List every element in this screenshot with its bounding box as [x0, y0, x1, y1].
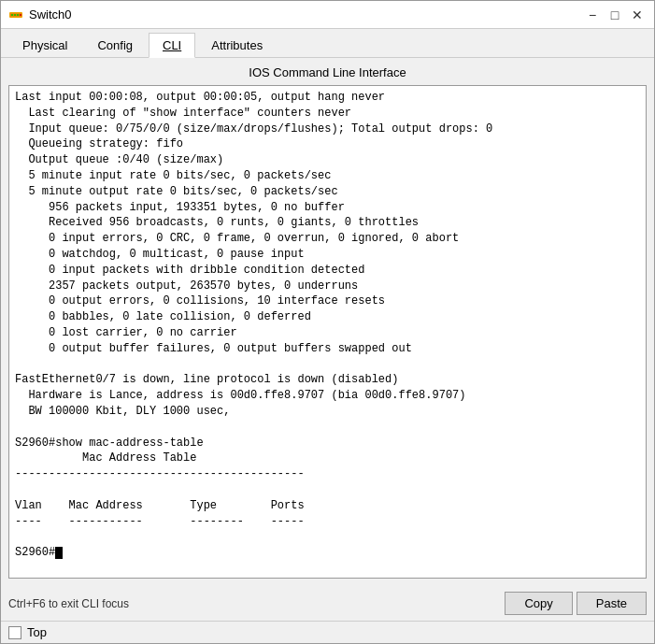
maximize-button[interactable]: □	[605, 6, 624, 24]
window-controls: − □ ✕	[583, 6, 647, 24]
tab-attributes[interactable]: Attributes	[197, 33, 277, 57]
top-label: Top	[27, 625, 47, 639]
svg-point-4	[17, 14, 19, 16]
app-icon	[8, 7, 23, 22]
action-buttons: Copy Paste	[505, 592, 647, 615]
terminal-output[interactable]: Last input 00:00:08, output 00:00:05, ou…	[9, 86, 646, 578]
tab-bar: Physical Config CLI Attributes	[1, 29, 654, 58]
main-window: Switch0 − □ ✕ Physical Config CLI Attrib…	[0, 0, 655, 644]
terminal-cursor	[55, 547, 63, 559]
footer-bar: Top	[1, 621, 654, 643]
copy-button[interactable]: Copy	[505, 592, 572, 615]
tab-config[interactable]: Config	[83, 33, 147, 57]
top-checkbox[interactable]	[8, 626, 21, 639]
content-area: IOS Command Line Interface Last input 00…	[1, 58, 654, 586]
svg-point-2	[11, 14, 13, 16]
tab-physical[interactable]: Physical	[8, 33, 81, 57]
cli-hint: Ctrl+F6 to exit CLI focus	[8, 597, 129, 610]
close-button[interactable]: ✕	[628, 6, 647, 24]
minimize-button[interactable]: −	[583, 6, 602, 24]
bottom-bar: Ctrl+F6 to exit CLI focus Copy Paste	[1, 586, 654, 621]
svg-point-5	[20, 14, 21, 16]
cli-section-title: IOS Command Line Interface	[8, 65, 647, 79]
window-title: Switch0	[29, 7, 583, 21]
svg-point-3	[14, 14, 16, 16]
title-bar: Switch0 − □ ✕	[1, 1, 654, 29]
paste-button[interactable]: Paste	[577, 592, 647, 615]
terminal-container[interactable]: Last input 00:00:08, output 00:00:05, ou…	[8, 85, 647, 579]
tab-cli[interactable]: CLI	[149, 33, 195, 58]
